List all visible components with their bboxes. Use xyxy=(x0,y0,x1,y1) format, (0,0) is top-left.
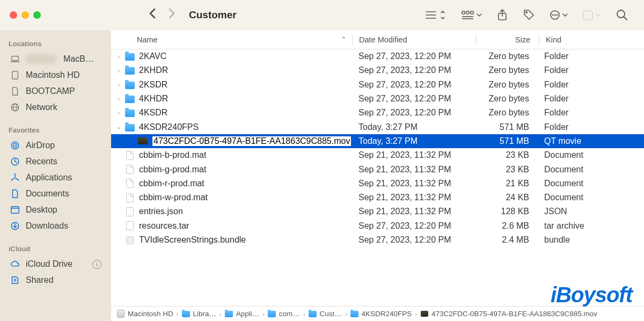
path-segment[interactable]: com… xyxy=(268,310,300,318)
desktop-icon xyxy=(10,205,20,215)
sidebar-item-documents[interactable]: Documents xyxy=(8,186,104,202)
sidebar-label: Shared xyxy=(26,275,54,285)
sidebar-item-bootcamp[interactable]: BOOTCAMP xyxy=(8,83,104,99)
path-label: 473C2FDC-0B75-497A-B1FE-AA1863C9C885.mov xyxy=(431,310,597,318)
svg-point-22 xyxy=(14,77,15,77)
file-row[interactable]: cbbim-b-prod.matSep 21, 2023, 11:32 PM23… xyxy=(111,148,644,162)
column-name[interactable]: Name ⌃ xyxy=(111,35,352,44)
svg-rect-4 xyxy=(462,11,465,14)
column-headers: Name ⌃ Date Modified Size Kind xyxy=(111,30,644,49)
sidebar-section-header: Favorites xyxy=(9,126,104,134)
path-segment[interactable]: 4KSDR240FPS xyxy=(350,310,412,318)
search-icon[interactable] xyxy=(616,9,628,21)
file-row[interactable]: ⌄4KSDR240FPSToday, 3:27 PM571 MBFolder xyxy=(111,120,644,134)
sidebar-item-applications[interactable]: Applications xyxy=(8,170,104,186)
airdrop-icon xyxy=(10,141,20,150)
disclosure-icon[interactable]: › xyxy=(113,53,124,60)
info-icon[interactable]: i xyxy=(92,260,101,269)
sidebar-label: Applications xyxy=(26,173,72,183)
file-date: Sep 27, 2023, 12:20 PM xyxy=(352,221,475,231)
path-chevron-icon: › xyxy=(345,311,347,317)
file-row[interactable]: ›2KAVCSep 27, 2023, 12:20 PMZero bytesFo… xyxy=(111,49,644,63)
svg-point-11 xyxy=(526,12,528,13)
file-row[interactable]: resources.tarSep 27, 2023, 12:20 PM2.6 M… xyxy=(111,219,644,233)
file-date: Sep 27, 2023, 12:20 PM xyxy=(352,80,475,90)
sidebar-item-recents[interactable]: Recents xyxy=(8,154,104,170)
disclosure-icon xyxy=(113,166,124,173)
fullscreen-window-button[interactable] xyxy=(33,11,41,19)
sidebar-item-icloud-drive[interactable]: iCloud Drivei xyxy=(8,256,104,272)
download-icon xyxy=(10,221,20,231)
share-icon[interactable] xyxy=(497,9,508,21)
file-row[interactable]: ›4KHDRSep 27, 2023, 12:20 PMZero bytesFo… xyxy=(111,92,644,106)
column-size[interactable]: Size xyxy=(477,35,539,44)
badge-icon[interactable] xyxy=(583,9,601,21)
svg-rect-16 xyxy=(583,11,592,20)
path-segment[interactable]: Libra… xyxy=(181,310,216,318)
close-window-button[interactable] xyxy=(10,11,17,19)
path-chevron-icon: › xyxy=(415,311,417,317)
column-kind[interactable]: Kind xyxy=(539,35,644,44)
sidebar-item-shared[interactable]: Shared xyxy=(8,272,104,288)
folder-icon xyxy=(124,67,136,74)
forward-button[interactable] xyxy=(162,8,181,22)
back-button[interactable] xyxy=(143,8,162,22)
sidebar-label: AirDrop xyxy=(26,141,55,150)
path-segment[interactable]: Macintosh HD xyxy=(116,310,173,318)
disclosure-icon[interactable]: ⌄ xyxy=(113,123,124,130)
sidebar-item-network[interactable]: Network xyxy=(8,99,104,115)
file-name: 2KSDR xyxy=(139,80,167,90)
file-row[interactable]: 473C2FDC-0B75-497A-B1FE-AA1863C9C885.mov… xyxy=(111,134,644,148)
file-row[interactable]: ›2KSDRSep 27, 2023, 12:20 PMZero bytesFo… xyxy=(111,78,644,92)
disclosure-icon xyxy=(113,180,124,187)
file-size: Zero bytes xyxy=(475,65,538,75)
sidebar-item-desktop[interactable]: Desktop xyxy=(8,202,104,218)
file-name: 2KHDR xyxy=(139,65,168,75)
disclosure-icon[interactable]: › xyxy=(113,110,124,116)
tar-icon xyxy=(124,221,136,230)
file-name: cbbim-g-prod.mat xyxy=(139,165,206,174)
file-row[interactable]: cbbim-r-prod.matSep 21, 2023, 11:32 PM21… xyxy=(111,177,644,191)
path-label: Cust… xyxy=(320,310,342,318)
file-name: cbbim-r-prod.mat xyxy=(139,179,204,188)
file-size: Zero bytes xyxy=(475,108,538,118)
disclosure-icon xyxy=(113,194,124,201)
path-segment[interactable]: Appli… xyxy=(225,310,260,318)
file-size: Zero bytes xyxy=(475,52,538,61)
disclosure-icon xyxy=(113,237,124,243)
file-row[interactable]: ›4KSDRSep 27, 2023, 12:20 PMZero bytesFo… xyxy=(111,106,644,120)
file-name[interactable]: 473C2FDC-0B75-497A-B1FE-AA1863C9C885.mov xyxy=(152,136,352,147)
disclosure-icon[interactable]: › xyxy=(113,82,124,88)
doc-icon xyxy=(124,165,136,174)
file-kind: bundle xyxy=(538,235,644,245)
sidebar-item-airdrop[interactable]: AirDrop xyxy=(8,137,104,154)
sidebar-item-macintosh-hd[interactable]: Macintosh HD xyxy=(8,67,104,83)
path-segment[interactable]: 473C2FDC-0B75-497A-B1FE-AA1863C9C885.mov xyxy=(420,310,597,318)
sidebar: LocationsxxxxxxMacB…Macintosh HDBOOTCAMP… xyxy=(0,30,111,321)
column-date[interactable]: Date Modified xyxy=(353,35,476,44)
sidebar-section-header: iCloud xyxy=(9,245,104,253)
file-row[interactable]: ›2KHDRSep 27, 2023, 12:20 PMZero bytesFo… xyxy=(111,63,644,77)
file-row[interactable]: cbbim-w-prod.matSep 21, 2023, 11:32 PM24… xyxy=(111,191,644,205)
disclosure-icon[interactable]: › xyxy=(113,96,124,102)
file-row[interactable]: TVIdleScreenStrings.bundleSep 27, 2023, … xyxy=(111,233,644,247)
action-icon[interactable] xyxy=(550,10,568,20)
file-size: 571 MB xyxy=(475,136,538,146)
file-row[interactable]: cbbim-g-prod.matSep 21, 2023, 11:32 PM23… xyxy=(111,162,644,176)
path-segment[interactable]: Cust… xyxy=(309,310,342,318)
file-row[interactable]: entries.jsonSep 21, 2023, 11:32 PM128 KB… xyxy=(111,205,644,218)
path-bar: Macintosh HD›Libra…›Appli…›com…›Cust…›4K… xyxy=(111,306,644,321)
file-kind: Document xyxy=(538,193,644,202)
view-list-icon[interactable] xyxy=(425,10,447,20)
sidebar-item-macb-[interactable]: xxxxxxMacB… xyxy=(8,51,104,67)
svg-point-15 xyxy=(557,14,557,15)
tags-icon[interactable] xyxy=(523,9,535,21)
mov-icon xyxy=(137,137,149,144)
group-icon[interactable] xyxy=(462,10,482,20)
disclosure-icon[interactable]: › xyxy=(113,67,124,74)
disclosure-icon xyxy=(113,223,124,229)
file-kind: QT movie xyxy=(538,136,644,146)
minimize-window-button[interactable] xyxy=(21,11,29,19)
sidebar-item-downloads[interactable]: Downloads xyxy=(8,218,104,234)
cloud-icon xyxy=(10,259,20,269)
